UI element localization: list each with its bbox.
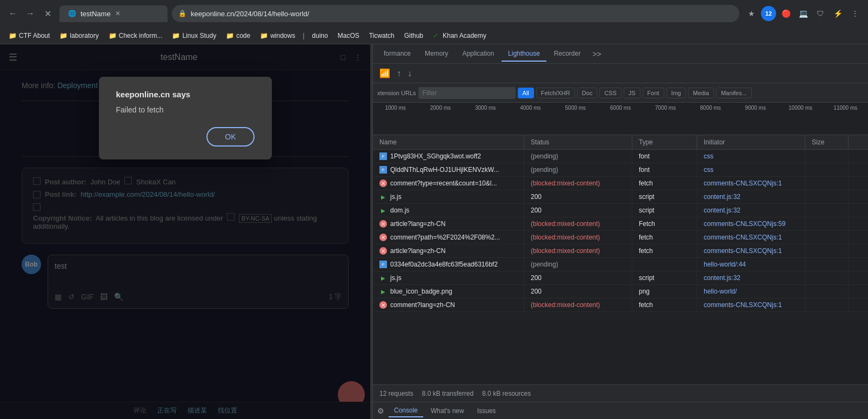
table-row[interactable]: ▶dom.js 200 script content.js:32 xyxy=(373,204,868,217)
filter-font-button[interactable]: Font xyxy=(643,88,664,98)
cell-initiator[interactable]: hello-world/ xyxy=(697,285,805,298)
tl-9000: 9000 ms xyxy=(733,105,778,111)
cell-type: Fetch xyxy=(632,217,697,230)
cell-initiator[interactable]: comments-CNLSXCQNjs:1 xyxy=(697,231,805,244)
table-row[interactable]: F0334ef0a2dc3a4e8fc63f5ead6316bf2 (pendi… xyxy=(373,258,868,271)
tab-favicon: 🌐 xyxy=(68,10,76,17)
tl-2000: 2000 ms xyxy=(418,105,463,111)
filter-js-button[interactable]: JS xyxy=(624,88,640,98)
table-header: Name Status Type Initiator Size xyxy=(373,135,868,150)
bookmark-icon: 📁 xyxy=(226,32,234,39)
filter-manifest-button[interactable]: Manifes... xyxy=(716,88,752,98)
tab-application[interactable]: Application xyxy=(456,46,500,62)
bookmark-windows[interactable]: 📁 windows xyxy=(256,30,299,42)
bookmark-star-button[interactable]: ★ xyxy=(744,6,759,21)
url-text: keeponline.cn/2024/08/14/hello-world/ xyxy=(191,10,309,18)
bookmark-ctf-about[interactable]: 📁 CTF About xyxy=(4,30,54,42)
browser-tab[interactable]: 🌐 testName ✕ xyxy=(59,5,168,22)
filter-fetch-xhr-button[interactable]: Fetch/XHR xyxy=(536,88,575,98)
table-row[interactable]: ▶js.js 200 script content.js:32 xyxy=(373,190,868,204)
extension-button-3[interactable]: 🛡 xyxy=(813,6,828,21)
filter-media-button[interactable]: Media xyxy=(688,88,714,98)
cell-initiator[interactable]: css xyxy=(697,150,805,163)
cell-initiator[interactable]: comments-CNLSXCQNjs:1 xyxy=(697,298,805,311)
extension-button-2[interactable]: 💻 xyxy=(796,6,811,21)
tab-performance[interactable]: formance xyxy=(377,46,417,62)
col-header-initiator: Initiator xyxy=(697,135,805,149)
tab-close-button[interactable]: ✕ xyxy=(115,10,121,17)
tab-lighthouse[interactable]: Lighthouse xyxy=(502,46,546,62)
cell-initiator[interactable]: hello-world/:44 xyxy=(697,258,805,271)
filter-all-button[interactable]: All xyxy=(518,88,534,98)
transferred-size: 8.0 kB transferred xyxy=(422,390,473,397)
table-row[interactable]: ✕article?lang=zh-CN (blocked:mixed-conte… xyxy=(373,217,868,231)
menu-button[interactable]: ⋮ xyxy=(847,6,863,21)
bottom-settings-icon[interactable]: ⚙ xyxy=(377,407,384,415)
filter-img-button[interactable]: Img xyxy=(666,88,686,98)
table-row[interactable]: ▶js.js 200 script content.js:32 xyxy=(373,271,868,285)
table-row[interactable]: ✕article?lang=zh-CN (blocked:mixed-conte… xyxy=(373,244,868,258)
forward-button[interactable]: → xyxy=(23,6,38,21)
bottom-tab-console[interactable]: Console xyxy=(389,404,423,417)
profile-button[interactable]: 12 xyxy=(761,6,776,21)
extension-button-1[interactable]: 🔴 xyxy=(778,6,793,21)
table-row[interactable]: ▶blue_icon_badge.png 200 png hello-world… xyxy=(373,285,868,298)
cell-type: fetch xyxy=(632,244,697,257)
wifi-icon: 📶 xyxy=(379,68,390,78)
cell-initiator[interactable]: css xyxy=(697,163,805,176)
cell-size xyxy=(805,217,849,230)
devtools-panel: formance Memory Application Lighthouse R… xyxy=(372,44,868,419)
cell-type: script xyxy=(632,271,697,284)
extension-button-4[interactable]: ⚡ xyxy=(830,6,845,21)
bookmark-duino[interactable]: duino xyxy=(308,30,332,42)
dialog-ok-button[interactable]: OK xyxy=(206,127,254,147)
cell-name: ▶blue_icon_badge.png xyxy=(373,285,524,298)
reload-button[interactable]: ✕ xyxy=(40,6,55,21)
cell-initiator[interactable]: content.js:32 xyxy=(697,190,805,203)
tab-memory[interactable]: Memory xyxy=(418,46,455,62)
cell-initiator[interactable]: comments-CNLSXCQNjs:1 xyxy=(697,177,805,190)
bookmark-check-inform[interactable]: 📁 Check inform... xyxy=(104,30,167,42)
download-icon[interactable]: ↓ xyxy=(408,69,412,78)
back-button[interactable]: ← xyxy=(5,6,21,21)
table-row[interactable]: ✕comment?lang=zh-CN (blocked:mixed-conte… xyxy=(373,298,868,312)
cell-initiator[interactable]: content.js:32 xyxy=(697,204,805,217)
filter-input[interactable] xyxy=(418,87,516,99)
bookmark-linux-study[interactable]: 📁 Linux Study xyxy=(168,30,221,42)
network-table: Name Status Type Initiator Size F1Ptvg83… xyxy=(373,135,868,384)
address-bar[interactable]: 🔒 keeponline.cn/2024/08/14/hello-world/ xyxy=(172,5,739,22)
devtools-toolbar: 📶 ↑ ↓ xyxy=(373,64,868,83)
cell-initiator[interactable]: comments-CNLSXCQNjs:1 xyxy=(697,244,805,257)
dialog-overlay: keeponline.cn says Failed to fetch OK xyxy=(0,44,370,419)
table-body: F1Ptvg83HX_SGhgqk3wot.woff2 (pending) fo… xyxy=(373,150,868,312)
cell-initiator[interactable]: comments-CNLSXCQNjs:59 xyxy=(697,217,805,230)
cell-initiator[interactable]: content.js:32 xyxy=(697,271,805,284)
cell-size xyxy=(805,190,849,203)
cell-size xyxy=(805,231,849,244)
tab-recorder[interactable]: Recorder xyxy=(547,46,587,62)
cell-name: ▶js.js xyxy=(373,190,524,203)
bookmark-khan-academy[interactable]: ✓ Khan Academy xyxy=(429,30,491,42)
bookmark-laboratory[interactable]: 📁 laboratory xyxy=(55,30,103,42)
cell-type: fetch xyxy=(632,298,697,311)
cell-status: (blocked:mixed-content) xyxy=(524,244,632,257)
bookmark-code[interactable]: 📁 code xyxy=(222,30,255,42)
filter-css-button[interactable]: CSS xyxy=(599,88,622,98)
cell-name: F0334ef0a2dc3a4e8fc63f5ead6316bf2 xyxy=(373,258,524,271)
table-row[interactable]: ✕comment?type=recent&count=10&l... (bloc… xyxy=(373,177,868,190)
table-row[interactable]: FQlddNThLqRwH-OJ1UHjlKENVzkW... (pending… xyxy=(373,163,868,177)
blog-panel: ☰ testName □ ⋮ More info: Deployment 🎁 D… xyxy=(0,44,370,419)
bookmark-icon: 📁 xyxy=(9,32,17,39)
cell-size xyxy=(805,285,849,298)
table-row[interactable]: ✕comment?path=%2F2024%2F08%2... (blocked… xyxy=(373,231,868,244)
table-row[interactable]: F1Ptvg83HX_SGhgqk3wot.woff2 (pending) fo… xyxy=(373,150,868,163)
tab-more-button[interactable]: >> xyxy=(588,50,605,58)
bottom-tab-whatsnew[interactable]: What's new xyxy=(425,405,470,417)
bookmark-macos[interactable]: MacOS xyxy=(333,30,364,42)
bookmark-ticwatch[interactable]: Ticwatch xyxy=(365,30,399,42)
bottom-tab-issues[interactable]: Issues xyxy=(472,405,502,417)
dialog-message: Failed to fetch xyxy=(116,105,255,114)
upload-icon[interactable]: ↑ xyxy=(397,69,401,78)
bookmark-github[interactable]: Github xyxy=(400,30,428,42)
filter-doc-button[interactable]: Doc xyxy=(577,88,598,98)
